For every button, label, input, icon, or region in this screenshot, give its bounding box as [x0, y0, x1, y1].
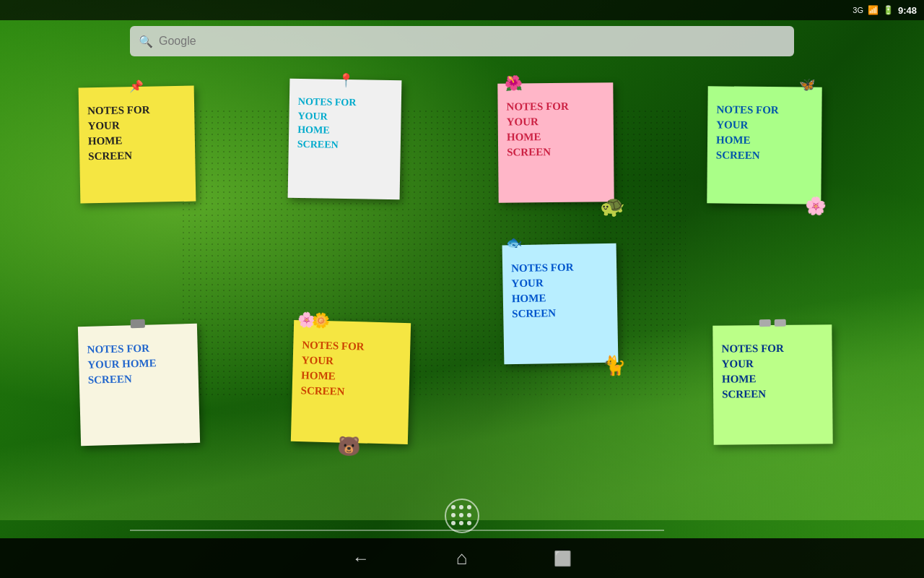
- note-text-2: NOTES FORYOURHOMESCREEN: [297, 95, 393, 153]
- dot-8: [459, 521, 463, 525]
- search-bar[interactable]: 🔍: [130, 26, 794, 56]
- sticker-4: 🦋: [799, 77, 815, 94]
- dot-1: [451, 505, 456, 509]
- sticky-note-2[interactable]: 📍 NOTES FORYOURHOMESCREEN: [288, 79, 402, 200]
- sticker-bear: 🐻: [337, 434, 361, 460]
- pin-2: 📍: [338, 72, 354, 90]
- sticker-cat: 🐈: [602, 354, 626, 379]
- clip-8: [759, 319, 785, 327]
- sticky-note-6[interactable]: 🌸 🌼 NOTES FORYOURHOMESCREEN 🐻: [291, 320, 411, 444]
- note-text-5: NOTES FORYOUR HOMESCREEN: [87, 340, 190, 388]
- sticker-turtle: 🐢: [600, 194, 625, 220]
- search-input[interactable]: [159, 35, 785, 48]
- dots-grid: [451, 505, 473, 527]
- dot-6: [467, 513, 471, 517]
- dot-5: [459, 513, 463, 517]
- time-display: 9:48: [898, 5, 917, 16]
- clip-5: [130, 319, 144, 329]
- sticky-note-1[interactable]: 📌 NOTES FORYOURHOMESCREEN: [79, 86, 196, 204]
- nav-bar: ← ⌂ ⬜: [0, 538, 924, 578]
- sticker-flower-4: 🌸: [805, 194, 827, 217]
- wifi-icon: 📶: [868, 5, 879, 15]
- sticky-note-3[interactable]: 🌺 NOTES FORYOURHOMESCREEN 🐢: [497, 82, 614, 202]
- search-icon: 🔍: [139, 35, 153, 48]
- sticky-note-5[interactable]: NOTES FORYOUR HOMESCREEN: [78, 324, 200, 446]
- status-bar: 3G 📶 🔋 9:48: [0, 0, 924, 20]
- page-indicator: [130, 530, 664, 531]
- sticker-7: 🐟: [505, 235, 521, 252]
- note-text-3: NOTES FORYOURHOMESCREEN: [506, 98, 605, 160]
- note-text-1: NOTES FORYOURHOMESCREEN: [87, 102, 186, 164]
- sticky-note-4[interactable]: 🦋 NOTES FORYOURHOMESCREEN 🌸: [707, 86, 821, 204]
- dot-4: [451, 513, 456, 517]
- sticky-note-8[interactable]: NOTES FORYOURHOMESCREEN: [712, 324, 832, 444]
- battery-icon: 🔋: [883, 5, 894, 15]
- dot-7: [451, 521, 456, 525]
- home-button[interactable]: ⌂: [456, 547, 468, 569]
- recents-button[interactable]: ⬜: [554, 550, 572, 567]
- note-text-7: NOTES FORYOURHOMESCREEN: [511, 259, 609, 322]
- sticky-note-7[interactable]: 🐟 NOTES FORYOURHOMESCREEN 🐈: [502, 243, 619, 365]
- dot-2: [459, 505, 463, 509]
- sticker-6b: 🌼: [312, 311, 331, 330]
- dot-3: [467, 505, 471, 509]
- note-text-6: NOTES FORYOURHOMESCREEN: [300, 337, 401, 401]
- back-button[interactable]: ←: [352, 548, 370, 569]
- app-drawer-button[interactable]: [445, 499, 479, 533]
- note-text-4: NOTES FORYOURHOMESCREEN: [716, 102, 814, 163]
- pin-1: 📌: [128, 79, 143, 95]
- dot-9: [467, 521, 471, 525]
- note-text-8: NOTES FORYOURHOMESCREEN: [721, 340, 824, 402]
- sticker-3: 🌺: [505, 73, 523, 92]
- signal-icon: 3G: [853, 6, 863, 14]
